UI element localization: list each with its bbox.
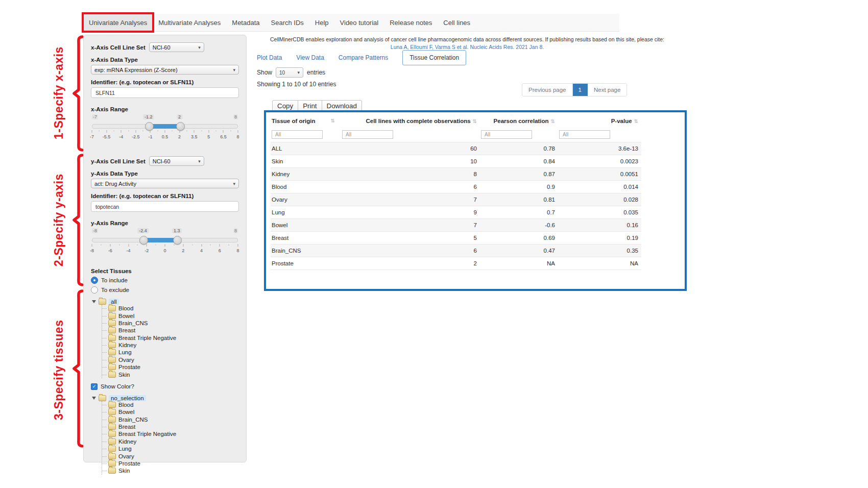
sort-icon[interactable]: ⇅	[331, 118, 335, 124]
tab-view-data[interactable]: View Data	[296, 54, 324, 61]
control-sidebar: x-Axis Cell Line Set NCI-60 ▾ x-Axis Dat…	[83, 35, 247, 462]
table-row-prostate[interactable]: Prostate2NANA	[271, 257, 641, 270]
cell-p-value: 0.0051	[558, 168, 641, 181]
cell-tissue-of-origin: Kidney	[271, 168, 341, 181]
slider-tick-label: 6	[219, 248, 221, 253]
x-data-type-value: exp: mRNA Expression (Z-Score)	[94, 67, 178, 73]
tree-item-blood[interactable]: Blood	[102, 401, 239, 408]
page-1-button[interactable]: 1	[573, 84, 588, 96]
nav-tab-search-ids[interactable]: Search IDs	[266, 14, 309, 31]
nav-tab-video-tutorial[interactable]: Video tutorial	[334, 14, 384, 31]
x-data-type-select[interactable]: exp: mRNA Expression (Z-Score) ▾	[91, 65, 239, 75]
tree-item-label: Ovary	[118, 453, 134, 459]
cell-pearson-correlation: 0.7	[480, 206, 558, 219]
tree-item-prostate[interactable]: Prostate	[102, 460, 239, 467]
tree-item-bowel[interactable]: Bowel	[102, 312, 239, 319]
filter-input-cell-lines-with-complete-observations[interactable]	[342, 130, 393, 139]
citation-link[interactable]: Luna A, Elloumi F, Varma S et al. Nuclei…	[255, 44, 679, 50]
y-range-slider[interactable]: -8 8 -2.4 1.3 -8-6-4-202468	[92, 228, 238, 258]
nav-tab-cell-lines[interactable]: Cell lines	[438, 14, 476, 31]
table-row-kidney[interactable]: Kidney80.870.0051	[271, 168, 641, 181]
tree-root-all[interactable]: all	[92, 299, 239, 305]
tree-item-kidney[interactable]: Kidney	[102, 341, 239, 349]
cell-cell-lines-with-complete-observations: 7	[341, 219, 480, 232]
table-row-ovary[interactable]: Ovary70.810.028	[271, 193, 641, 206]
entries-count-select[interactable]: 10 ▾	[276, 67, 303, 78]
x-cell-line-set-select[interactable]: NCI-60 ▾	[149, 42, 204, 52]
tree-item-label: Breast	[118, 327, 135, 333]
y-cell-line-set-select[interactable]: NCI-60 ▾	[149, 156, 204, 166]
x-range-slider[interactable]: -7 8 -1.2 2 -7-5.5-4-2.5-10.523.556.58	[92, 114, 238, 144]
sort-icon[interactable]: ⇅	[551, 118, 555, 124]
cell-tissue-of-origin: Blood	[271, 181, 341, 193]
tab-tissue-correlation[interactable]: Tissue Correlation	[402, 50, 466, 65]
cell-pearson-correlation: NA	[480, 257, 558, 270]
tree-item-skin[interactable]: Skin	[102, 371, 239, 378]
tree-item-skin[interactable]: Skin	[102, 467, 239, 474]
y-cell-line-set-value: NCI-60	[153, 158, 171, 164]
table-row-blood[interactable]: Blood60.90.014	[271, 181, 641, 193]
folder-icon	[108, 417, 116, 423]
column-header-p-value[interactable]: P-value⇅	[558, 114, 641, 127]
table-row-all[interactable]: ALL600.783.6e-13	[271, 142, 641, 155]
tree-item-brain-cns[interactable]: Brain_CNS	[102, 416, 239, 423]
tree-item-lung[interactable]: Lung	[102, 445, 239, 452]
chevron-down-icon: ▾	[298, 70, 300, 75]
column-header-tissue-of-origin[interactable]: Tissue of origin⇅	[271, 114, 341, 127]
table-row-bowel[interactable]: Bowel7-0.60.16	[271, 219, 641, 232]
tree-root-no-selection[interactable]: no_selection	[92, 395, 239, 401]
tree-item-breast[interactable]: Breast	[102, 423, 239, 430]
chevron-down-icon: ▾	[233, 181, 235, 186]
folder-icon	[108, 327, 116, 333]
nav-tab-metadata[interactable]: Metadata	[226, 14, 265, 31]
tree-item-ovary[interactable]: Ovary	[102, 452, 239, 459]
tree-item-brain-cns[interactable]: Brain_CNS	[102, 320, 239, 327]
nav-tab-release-notes[interactable]: Release notes	[384, 14, 438, 31]
sort-icon[interactable]: ⇅	[634, 118, 638, 124]
tree-item-breast-triple-negative[interactable]: Breast Triple Negative	[102, 430, 239, 437]
table-row-breast[interactable]: Breast50.690.19	[271, 232, 641, 245]
tree-item-breast-triple-negative[interactable]: Breast Triple Negative	[102, 334, 239, 341]
x-identifier-input[interactable]	[91, 87, 239, 98]
column-header-pearson-correlation[interactable]: Pearson correlation⇅	[480, 114, 558, 127]
chevron-down-icon: ▾	[198, 45, 201, 50]
filter-input-p-value[interactable]	[559, 130, 610, 139]
tab-plot-data[interactable]: Plot Data	[257, 54, 282, 61]
filter-input-tissue-of-origin[interactable]	[272, 130, 323, 139]
slider-tick-label: 0	[163, 248, 166, 253]
tree-item-lung[interactable]: Lung	[102, 349, 239, 356]
show-color-checkbox[interactable]: ✓ Show Color?	[91, 383, 239, 390]
folder-icon	[108, 349, 116, 355]
tree-item-label: Lung	[118, 349, 132, 355]
sort-icon[interactable]: ⇅	[473, 118, 477, 124]
nav-tab-univariate-analyses[interactable]: Univariate Analyses	[83, 14, 153, 31]
y-data-type-value: act: Drug Activity	[94, 181, 136, 187]
table-row-lung[interactable]: Lung90.70.035	[271, 206, 641, 219]
nav-tab-help[interactable]: Help	[309, 14, 334, 31]
filter-input-pearson-correlation[interactable]	[481, 130, 532, 139]
previous-page-button[interactable]: Previous page	[522, 84, 573, 96]
tree-item-bowel[interactable]: Bowel	[102, 408, 239, 416]
radio-to-include[interactable]: To include	[91, 277, 239, 284]
radio-to-exclude[interactable]: To exclude	[91, 286, 239, 294]
tree-item-prostate[interactable]: Prostate	[102, 363, 239, 371]
column-header-cell-lines-with-complete-observations[interactable]: Cell lines with complete observations⇅	[341, 114, 480, 127]
expander-icon[interactable]	[92, 397, 96, 400]
tree-item-label: Blood	[118, 305, 133, 311]
x-data-type-label: x-Axis Data Type	[91, 57, 239, 63]
y-data-type-select[interactable]: act: Drug Activity ▾	[91, 179, 239, 188]
tree-item-breast[interactable]: Breast	[102, 327, 239, 334]
nav-tab-multivariate-analyses[interactable]: Multivariate Analyses	[153, 14, 226, 31]
table-row-brain-cns[interactable]: Brain_CNS60.470.35	[271, 245, 641, 257]
y-identifier-input[interactable]	[91, 201, 239, 212]
radio-to-include-label: To include	[101, 277, 128, 283]
expander-icon[interactable]	[92, 300, 96, 303]
table-row-skin[interactable]: Skin100.840.0023	[271, 155, 641, 168]
annotation-specify-x-axis: 1-Specify x-axis	[50, 38, 67, 148]
tree-item-ovary[interactable]: Ovary	[102, 356, 239, 363]
next-page-button[interactable]: Next page	[588, 84, 626, 96]
tree-item-kidney[interactable]: Kidney	[102, 438, 239, 445]
tab-compare-patterns[interactable]: Compare Patterns	[339, 54, 388, 61]
cell-p-value: 0.014	[558, 181, 641, 193]
tree-item-blood[interactable]: Blood	[102, 305, 239, 312]
